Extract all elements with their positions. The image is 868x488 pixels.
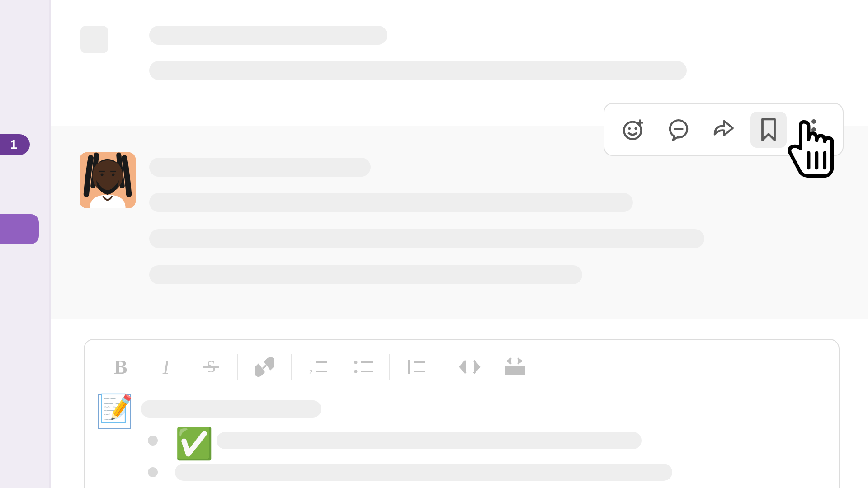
toolbar-divider	[291, 354, 292, 380]
bookmark-icon	[758, 117, 779, 142]
bold-button[interactable]: B	[98, 352, 143, 382]
text-placeholder	[149, 229, 704, 248]
code-button[interactable]	[447, 352, 492, 382]
toolbar-divider	[237, 354, 238, 380]
svg-text:2: 2	[309, 368, 313, 375]
text-placeholder	[141, 400, 321, 418]
code-block-button[interactable]	[492, 352, 538, 382]
add-reaction-icon	[622, 118, 645, 141]
svg-point-3	[112, 174, 114, 176]
bullet-marker	[148, 467, 158, 477]
memo-emoji: 📝	[98, 394, 131, 429]
check-emoji: ✅	[175, 428, 213, 459]
mention-count: 1	[10, 137, 17, 152]
message-hover-actions	[604, 103, 844, 156]
svg-point-15	[811, 136, 816, 140]
svg-point-1	[93, 159, 123, 192]
workspace-rail: 1	[0, 0, 51, 488]
share-icon	[712, 118, 735, 141]
svg-point-7	[628, 127, 631, 130]
svg-point-26	[354, 370, 358, 373]
ordered-list-icon: 1 2	[307, 358, 328, 376]
svg-rect-4	[99, 171, 104, 172]
strikethrough-button[interactable]: S	[189, 352, 234, 382]
svg-point-14	[811, 127, 816, 132]
text-placeholder	[149, 26, 387, 45]
active-workspace-indicator[interactable]	[0, 214, 39, 244]
text-placeholder	[175, 464, 672, 481]
toolbar-divider	[443, 354, 443, 380]
text-placeholder	[217, 432, 642, 449]
more-vertical-icon	[811, 118, 817, 141]
svg-text:1: 1	[309, 359, 313, 366]
mention-badge[interactable]: 1	[0, 134, 30, 155]
text-placeholder	[149, 265, 582, 284]
text-placeholder	[149, 61, 687, 80]
ordered-list-button[interactable]: 1 2	[295, 352, 340, 382]
text-placeholder	[149, 158, 371, 177]
message-row[interactable]	[51, 126, 868, 319]
link-button[interactable]	[242, 352, 287, 382]
svg-point-8	[634, 127, 637, 130]
code-block-icon	[503, 357, 527, 376]
blockquote-icon	[406, 358, 426, 376]
svg-point-6	[624, 122, 641, 139]
code-icon	[458, 359, 481, 375]
unordered-list-icon	[353, 358, 373, 376]
thread-icon	[667, 118, 690, 141]
svg-rect-5	[110, 171, 116, 172]
bullet-marker	[148, 436, 158, 446]
svg-point-2	[101, 174, 104, 176]
italic-button[interactable]: I	[143, 352, 189, 382]
italic-icon: I	[163, 356, 170, 379]
toolbar-divider	[389, 354, 390, 380]
share-button[interactable]	[705, 112, 741, 148]
add-reaction-button[interactable]	[615, 112, 651, 148]
reply-thread-button[interactable]	[660, 112, 697, 148]
link-icon	[255, 357, 274, 377]
channel-pane: B I S 1	[51, 0, 868, 488]
unordered-list-button[interactable]	[340, 352, 386, 382]
bold-icon: B	[114, 356, 127, 379]
strikethrough-icon: S	[201, 357, 221, 377]
blockquote-button[interactable]	[394, 352, 439, 382]
svg-point-25	[354, 361, 358, 364]
svg-point-13	[811, 119, 816, 124]
bookmark-button[interactable]	[750, 112, 787, 148]
user-avatar[interactable]	[80, 152, 136, 208]
text-placeholder	[149, 193, 633, 212]
formatting-toolbar: B I S 1	[98, 352, 538, 382]
message-composer[interactable]: B I S 1	[84, 339, 840, 488]
more-actions-button[interactable]	[796, 112, 832, 148]
message-avatar-placeholder	[80, 26, 108, 53]
